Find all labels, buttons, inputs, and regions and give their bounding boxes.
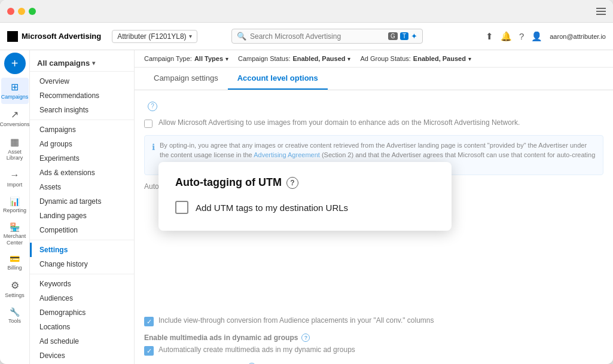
campaign-type-chevron: ▾ — [225, 56, 228, 62]
nav-item-keywords[interactable]: Keywords — [30, 277, 134, 291]
create-button[interactable]: + — [4, 53, 26, 74]
settings-icon: ⚙ — [11, 280, 19, 291]
close-button[interactable] — [7, 8, 14, 15]
sidebar-item-import[interactable]: → Import — [1, 166, 29, 192]
campaigns-icon: ⊞ — [11, 81, 19, 93]
campaign-status-label: Campaign Status: — [238, 55, 290, 62]
nav-sidebar: All campaigns ▾ Overview Recommendations… — [30, 50, 135, 364]
user-email: aaron@attributer.io — [550, 33, 606, 40]
help-icon[interactable]: ? — [519, 31, 524, 41]
campaign-bar: Campaign Type: All Types ▾ Campaign Stat… — [135, 50, 613, 68]
nav-item-locations[interactable]: Locations — [30, 320, 134, 334]
campaign-status-value: Enabled, Paused — [292, 55, 345, 62]
sidebar-item-billing[interactable]: 💳 Billing — [1, 250, 29, 275]
asset-library-label: Asset Library — [4, 149, 26, 162]
nav-item-ad-groups[interactable]: Ad groups — [30, 137, 134, 151]
utm-help-icon[interactable]: ? — [286, 177, 298, 189]
nav-item-assets[interactable]: Assets — [30, 180, 134, 194]
reporting-label: Reporting — [3, 207, 26, 214]
merchant-center-label: Merchant Center — [4, 233, 26, 246]
title-bar — [0, 0, 613, 23]
nav-item-search-insights[interactable]: Search insights — [30, 103, 134, 117]
user-icon[interactable]: 👤 — [531, 31, 542, 42]
search-icon: 🔍 — [237, 32, 246, 41]
search-bar[interactable]: 🔍 G T ✦ — [231, 29, 423, 44]
share-icon[interactable]: ⬆ — [486, 31, 493, 42]
campaign-type-filter[interactable]: Campaign Type: All Types ▾ — [144, 55, 228, 62]
app-window: Microsoft Advertising Attributer (F1201Y… — [0, 0, 613, 364]
create-icon: + — [11, 57, 19, 69]
search-badge-t: T — [400, 32, 408, 40]
import-icon: → — [10, 170, 20, 181]
nav-separator-2 — [30, 240, 134, 240]
nav-item-dynamic-ad-targets[interactable]: Dynamic ad targets — [30, 194, 134, 209]
sidebar-item-conversions[interactable]: ↗ Conversions — [1, 105, 29, 131]
nav-item-change-history[interactable]: Change history — [30, 257, 134, 271]
reporting-icon: 📊 — [10, 197, 20, 206]
tools-label: Tools — [8, 318, 21, 325]
campaigns-label: Campaigns — [1, 94, 29, 100]
sidebar-item-settings[interactable]: ⚙ Settings — [1, 276, 29, 302]
campaign-status-filter[interactable]: Campaign Status: Enabled, Paused ▾ — [238, 55, 350, 62]
all-campaigns-selector[interactable]: All campaigns ▾ — [30, 55, 134, 72]
brand-logo: Microsoft Advertising — [7, 31, 101, 42]
sidebar-item-reporting[interactable]: 📊 Reporting — [1, 193, 29, 218]
ad-group-status-chevron: ▾ — [468, 56, 471, 62]
import-label: Import — [7, 182, 23, 188]
nav-item-competition[interactable]: Competition — [30, 223, 134, 237]
nav-item-overview[interactable]: Overview — [30, 74, 134, 88]
utm-checkbox-row[interactable]: Add UTM tags to my destination URLs — [175, 201, 435, 214]
billing-icon: 💳 — [10, 254, 20, 264]
asset-library-icon: ▦ — [10, 136, 19, 148]
brand-name: Microsoft Advertising — [22, 32, 101, 41]
campaign-type-value: All Types — [194, 55, 223, 62]
conversions-icon: ↗ — [11, 109, 19, 120]
nav-item-landing-pages[interactable]: Landing pages — [30, 209, 134, 223]
utm-modal: Auto-tagging of UTM ? Add UTM tags to my… — [158, 162, 452, 231]
nav-item-devices[interactable]: Devices — [30, 348, 134, 363]
sidebar-item-asset-library[interactable]: ▦ Asset Library — [1, 133, 29, 166]
main-layout: + ⊞ Campaigns ↗ Conversions ▦ Asset Libr… — [0, 50, 613, 364]
nav-item-demographics[interactable]: Demographics — [30, 305, 134, 320]
minimize-button[interactable] — [18, 8, 25, 15]
nav-item-settings[interactable]: Settings — [30, 243, 134, 257]
sidebar-item-merchant-center[interactable]: 🏪 Merchant Center — [1, 219, 29, 250]
content-area: Campaign Type: All Types ▾ Campaign Stat… — [135, 50, 613, 364]
search-badge-g: G — [388, 32, 398, 40]
nav-item-campaigns[interactable]: Campaigns — [30, 123, 134, 137]
account-name: Attributer (F1201YL8) — [117, 32, 186, 41]
content-body: ? Allow Microsoft Advertising to use ima… — [135, 90, 613, 364]
tab-campaign-settings[interactable]: Campaign settings — [144, 68, 228, 90]
nav-item-recommendations[interactable]: Recommendations — [30, 88, 134, 103]
ad-group-status-filter[interactable]: Ad Group Status: Enabled, Paused ▾ — [360, 55, 471, 62]
tab-account-level-options[interactable]: Account level options — [228, 68, 328, 90]
account-chevron: ▾ — [189, 33, 192, 39]
icon-bar: + ⊞ Campaigns ↗ Conversions ▦ Asset Libr… — [0, 50, 30, 364]
nav-item-ad-schedule[interactable]: Ad schedule — [30, 334, 134, 348]
top-nav: Microsoft Advertising Attributer (F1201Y… — [0, 23, 613, 50]
search-input[interactable] — [250, 32, 385, 41]
all-campaigns-label: All campaigns — [37, 59, 90, 68]
ad-group-status-label: Ad Group Status: — [360, 55, 410, 62]
window-controls — [7, 8, 36, 15]
utm-title-text: Auto-tagging of UTM — [175, 176, 282, 189]
menu-icon[interactable] — [596, 8, 606, 15]
billing-label: Billing — [7, 265, 22, 271]
conversions-label: Conversions — [0, 121, 30, 128]
maximize-button[interactable] — [29, 8, 36, 15]
nav-item-audiences[interactable]: Audiences — [30, 291, 134, 305]
merchant-center-icon: 🏪 — [10, 222, 20, 232]
campaign-type-label: Campaign Type: — [144, 55, 192, 62]
campaign-status-chevron: ▾ — [347, 56, 350, 62]
sidebar-item-tools[interactable]: 🔧 Tools — [1, 304, 29, 328]
search-badges: G T ✦ — [388, 32, 417, 41]
account-selector[interactable]: Attributer (F1201YL8) ▾ — [112, 30, 197, 43]
settings-label: Settings — [5, 292, 25, 299]
nav-icons: ⬆ 🔔 ? 👤 aaron@attributer.io — [486, 31, 606, 42]
utm-checkbox[interactable] — [175, 201, 188, 214]
nav-separator-1 — [30, 120, 134, 120]
nav-item-ads-extensions[interactable]: Ads & extensions — [30, 166, 134, 180]
notification-icon[interactable]: 🔔 — [501, 31, 512, 42]
nav-item-experiments[interactable]: Experiments — [30, 151, 134, 166]
sidebar-item-campaigns[interactable]: ⊞ Campaigns — [1, 78, 29, 104]
